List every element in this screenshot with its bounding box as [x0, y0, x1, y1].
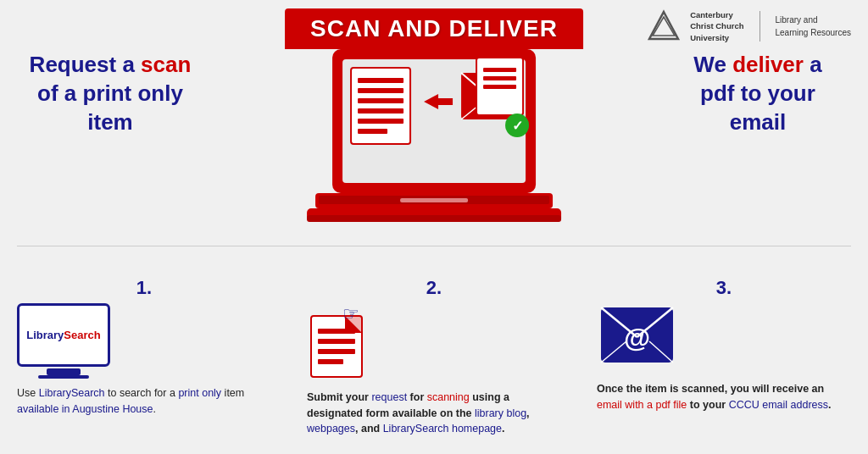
divider-line: [17, 246, 851, 246]
svg-text:@: @: [624, 323, 650, 353]
svg-rect-10: [358, 129, 387, 134]
library-blog-link[interactable]: library blog: [475, 407, 526, 419]
librarysearch-homepage-link[interactable]: LibrarySearch homepage: [383, 423, 502, 435]
cccu-email-link: CCCU email address: [729, 399, 828, 411]
monitor-base: [38, 375, 89, 379]
university-name: CanterburyChrist ChurchUniversity: [690, 9, 743, 43]
doc-scan-svg: ☞: [307, 303, 375, 379]
print-only-link: print only: [178, 387, 221, 399]
left-text-normal1: Request a: [30, 52, 142, 77]
augustine-link: available in Augustine House: [17, 403, 153, 415]
right-text-normal4: email: [730, 109, 787, 135]
laptop-illustration: @ ✓: [298, 49, 570, 244]
title-text: SCAN AND DELIVER: [310, 15, 558, 42]
document-scan-icon: ☞: [307, 303, 375, 383]
svg-rect-32: [318, 349, 355, 354]
logo-divider: [760, 11, 760, 42]
right-panel-text: We deliver a pdf to your email: [673, 51, 843, 136]
right-text-normal3: pdf to your: [700, 80, 815, 106]
svg-rect-20: [483, 76, 516, 80]
main-container: CanterburyChrist ChurchUniversity Librar…: [0, 0, 868, 454]
email-envelope-icon: @: [597, 303, 677, 374]
svg-rect-9: [358, 119, 403, 124]
svg-rect-31: [318, 339, 355, 344]
cccu-logo-icon: [646, 8, 682, 44]
left-text-normal2: of a print only: [37, 80, 183, 106]
step-2: 2. ☞ Submit you: [307, 277, 561, 437]
step-3: 3. @ Once the item is scanned, you will …: [597, 277, 851, 413]
logo-text-group: CanterburyChrist ChurchUniversity: [690, 9, 743, 43]
left-text-normal3: item: [87, 109, 132, 135]
step-3-number: 3.: [716, 277, 732, 299]
library-search-monitor-icon: LibrarySearch: [17, 303, 110, 379]
monitor-stand: [47, 368, 81, 375]
svg-rect-7: [358, 98, 403, 103]
envelope-svg: @: [597, 303, 677, 371]
svg-text:✓: ✓: [512, 119, 523, 133]
svg-rect-28: [307, 215, 561, 222]
svg-rect-8: [358, 108, 403, 114]
webpages-link[interactable]: webpages: [307, 423, 355, 435]
scan-deliver-title: SCAN AND DELIVER: [285, 8, 583, 49]
steps-row: 1. LibrarySearch Use LibrarySearch to se…: [17, 277, 851, 437]
request-link[interactable]: request: [371, 391, 407, 403]
library-search-link[interactable]: LibrarySearch: [39, 387, 105, 399]
step-1: 1. LibrarySearch Use LibrarySearch to se…: [17, 277, 271, 418]
step-2-number: 2.: [426, 277, 442, 299]
svg-rect-33: [318, 359, 343, 364]
step-3-description: Once the item is scanned, you will recei…: [597, 381, 851, 413]
svg-rect-6: [358, 88, 403, 93]
step-1-number: 1.: [136, 277, 152, 299]
svg-rect-26: [400, 198, 468, 202]
left-panel-text: Request a scan of a print only item: [25, 51, 195, 136]
logo-area: CanterburyChrist ChurchUniversity Librar…: [646, 8, 851, 44]
monitor-label: LibrarySearch: [26, 329, 100, 341]
step-1-description: Use LibrarySearch to search for a print …: [17, 385, 271, 418]
right-text-highlight: deliver: [732, 52, 804, 77]
svg-rect-5: [358, 78, 403, 83]
library-name: Library and Learning Resources: [776, 14, 852, 39]
right-text-normal1: We: [693, 52, 732, 77]
right-text-normal2: a: [804, 52, 822, 77]
step-2-description: Submit your request for scanning using a…: [307, 390, 561, 437]
center-section: SCAN AND DELIVER @: [285, 8, 583, 244]
svg-rect-19: [483, 68, 516, 72]
scanning-link: scanning: [427, 391, 470, 403]
monitor-display: LibrarySearch: [17, 303, 110, 367]
svg-rect-21: [483, 85, 516, 89]
svg-text:☞: ☞: [342, 303, 359, 324]
left-text-highlight: scan: [141, 52, 191, 77]
email-pdf-link: email with a pdf file: [597, 399, 687, 411]
